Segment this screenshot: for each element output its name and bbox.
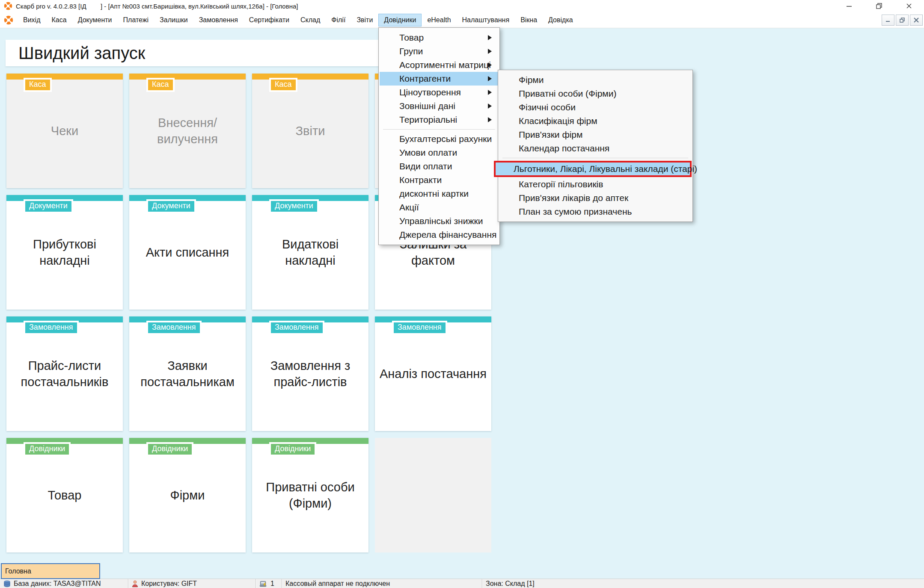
tile-label: Видаткові накладні (252, 195, 368, 310)
menubar-item-вихід[interactable]: Вихід (18, 14, 46, 27)
window-controls (834, 0, 924, 12)
dropdown-item-ціноутворення[interactable]: Ціноутворення (380, 86, 499, 99)
menubar-item-платежі[interactable]: Платежі (118, 14, 154, 27)
tile-видаткові-накладні[interactable]: ДокументиВидаткові накладні (252, 195, 368, 310)
tile-label: Приватні особи (Фірми) (252, 438, 368, 553)
status-text-3: Кассовый аппарат не подключен (285, 580, 390, 588)
tile-прайс-листи-постачальників[interactable]: ЗамовленняПрайс-листи постачальників (6, 316, 123, 431)
tile-акти-списання[interactable]: ДокументиАкти списання (129, 195, 246, 310)
dropdown-item-зовнішні-дані[interactable]: Зовнішні дані (380, 99, 499, 113)
status-panel-0: База даних: TASA3@TITAN (0, 579, 128, 588)
tile-label: Внесення/вилучення (129, 74, 246, 188)
submenu-item-приватні-особи-фірми-[interactable]: Приватні особи (Фірми) (499, 87, 692, 100)
dropdown-item-контракти[interactable]: Контракти (380, 173, 499, 187)
menubar-item-вікна[interactable]: Вікна (515, 14, 543, 27)
menubar-item-ehealth[interactable]: eHealth (422, 14, 456, 27)
tile-label: Фірми (129, 438, 246, 553)
tile-label: Заявки постачальникам (129, 316, 246, 431)
status-panel-3: Кассовый аппарат не подключен (282, 579, 482, 588)
tile-label: Чеки (6, 74, 123, 188)
title-bar: Скарб pro v. 4.0.2.83 [ІД ] - [Апт №003 … (0, 0, 924, 12)
menubar-item-документи[interactable]: Документи (72, 14, 118, 27)
cash-register-icon (259, 580, 267, 588)
submenu-item-план-за-сумою-призначень[interactable]: План за сумою призначень (499, 205, 692, 219)
tile-label: Товар (6, 438, 123, 553)
submenu-item-прив-язки-лікарів-до-аптек[interactable]: Прив'язки лікарів до аптек (499, 191, 692, 205)
close-button[interactable] (894, 0, 924, 12)
menubar-item-сертифікати[interactable]: Сертифікати (244, 14, 295, 27)
menu-items: ВихідКасаДокументиПлатежіЗалишкиЗамовлен… (18, 14, 579, 27)
status-panel-4: Зона: Склад [1] (482, 579, 924, 588)
submenu-item-льготники-лікарі-лікувальні-заклади-старі-[interactable]: Льготники, Лікарі, Лікувальні заклади (с… (494, 161, 692, 177)
status-text-1: Користувач: GIFT (141, 580, 197, 588)
tile-label: Замовлення з прайс-листів (252, 316, 368, 431)
dropdown-item-види-оплати[interactable]: Види оплати (380, 160, 499, 173)
dropdown-item-групи[interactable]: Групи (380, 44, 499, 58)
dropdown-item-товар[interactable]: Товар (380, 31, 499, 44)
tab-holovna[interactable]: Головна (1, 563, 100, 579)
tile-приватні-особи-фірми-[interactable]: ДовідникиПриватні особи (Фірми) (252, 438, 368, 553)
submenu-item-категорії-пільговиків[interactable]: Категорії пільговиків (499, 177, 692, 191)
dropdown-item-джерела-фінансування[interactable]: Джерела фінансування (380, 228, 499, 242)
tile-замовлення-з-прайс-листів[interactable]: ЗамовленняЗамовлення з прайс-листів (252, 316, 368, 431)
tile-товар[interactable]: ДовідникиТовар (6, 438, 123, 553)
submenu-item-прив-язки-фірм[interactable]: Прив'язки фірм (499, 128, 692, 142)
menubar-item-каса[interactable]: Каса (46, 14, 72, 27)
status-panel-2: 1 (256, 579, 282, 588)
status-text-2: 1 (270, 580, 274, 588)
tile-внесення-вилучення[interactable]: КасаВнесення/вилучення (129, 74, 246, 188)
menubar-item-звіти[interactable]: Звіти (351, 14, 378, 27)
dropdown-item-управлінські-знижки[interactable]: Управлінські знижки (380, 214, 499, 228)
submenu-item-класифікація-фірм[interactable]: Класифікація фірм (499, 114, 692, 128)
restore-button[interactable] (864, 0, 894, 12)
menubar-item-філії[interactable]: Філії (326, 14, 351, 27)
menubar-item-залишки[interactable]: Залишки (154, 14, 193, 27)
status-text-0: База даних: TASA3@TITAN (14, 580, 101, 588)
dropdown-item-асортиментні-матриці[interactable]: Асортиментні матриці (380, 58, 499, 72)
menubar-item-довідка[interactable]: Довідка (543, 14, 579, 27)
submenu-arrow-icon (488, 103, 492, 109)
dropdown-item-контрагенти[interactable]: Контрагенти (380, 72, 499, 86)
dropdown-item-акції[interactable]: Акції (380, 201, 499, 214)
menubar-item-довідники[interactable]: Довідники (378, 14, 422, 27)
menubar-item-склад[interactable]: Склад (295, 14, 326, 27)
submenu-separator (502, 158, 688, 158)
submenu-arrow-icon (488, 117, 492, 122)
mdi-minimize-button[interactable] (882, 15, 894, 26)
tile-label: Аналіз постачання (375, 316, 491, 431)
submenu-item-календар-постачання[interactable]: Календар постачання (499, 142, 692, 155)
dropdown-separator (383, 129, 495, 130)
submenu-arrow-icon (488, 62, 492, 68)
submenu-arrow-icon (488, 35, 492, 40)
dropdown-item-територіальні[interactable]: Територіальні (380, 113, 499, 127)
tile-label: Звіти (252, 74, 368, 188)
tile-аналіз-постачання[interactable]: ЗамовленняАналіз постачання (375, 316, 491, 431)
app-logo-icon (4, 2, 12, 10)
menubar-item-замовлення[interactable]: Замовлення (193, 14, 244, 27)
status-text-4: Зона: Склад [1] (486, 580, 535, 588)
tile-заявки-постачальникам[interactable]: ЗамовленняЗаявки постачальникам (129, 316, 246, 431)
tile-прибуткові-накладні[interactable]: ДокументиПрибуткові накладні (6, 195, 123, 310)
tile-фірми[interactable]: ДовідникиФірми (129, 438, 246, 553)
submenu-arrow-icon (488, 76, 492, 81)
menubar-item-налаштування[interactable]: Налаштування (457, 14, 515, 27)
dropdown-item-умови-оплати[interactable]: Умови оплати (380, 146, 499, 160)
menu-bar: ВихідКасаДокументиПлатежіЗалишкиЗамовлен… (0, 12, 924, 28)
mdi-restore-button[interactable] (896, 15, 909, 26)
tab-label: Головна (5, 567, 31, 575)
dropdown-item-бухгалтерські-рахунки[interactable]: Бухгалтерські рахунки (380, 132, 499, 146)
dovidnyky-dropdown-menu: ТоварГрупиАсортиментні матриціКонтрагент… (378, 27, 500, 245)
dropdown-item-дисконтні-картки[interactable]: дисконтні картки (380, 187, 499, 201)
submenu-item-фірми[interactable]: Фірми (499, 73, 692, 87)
tile-звіти[interactable]: КасаЗвіти (252, 74, 368, 188)
tile-чеки[interactable]: КасаЧеки (6, 74, 123, 188)
mdi-app-logo-icon (4, 15, 13, 25)
tile-empty (375, 438, 491, 553)
submenu-item-фізичні-особи[interactable]: Фізичні особи (499, 100, 692, 114)
mdi-close-button[interactable] (910, 15, 923, 26)
status-panel-1: Користувач: GIFT (128, 579, 256, 588)
status-bar: База даних: TASA3@TITANКористувач: GIFT1… (0, 579, 924, 588)
minimize-button[interactable] (834, 0, 864, 12)
mdi-window-controls (882, 15, 923, 26)
page-title: Швидкий запуск (18, 44, 145, 63)
